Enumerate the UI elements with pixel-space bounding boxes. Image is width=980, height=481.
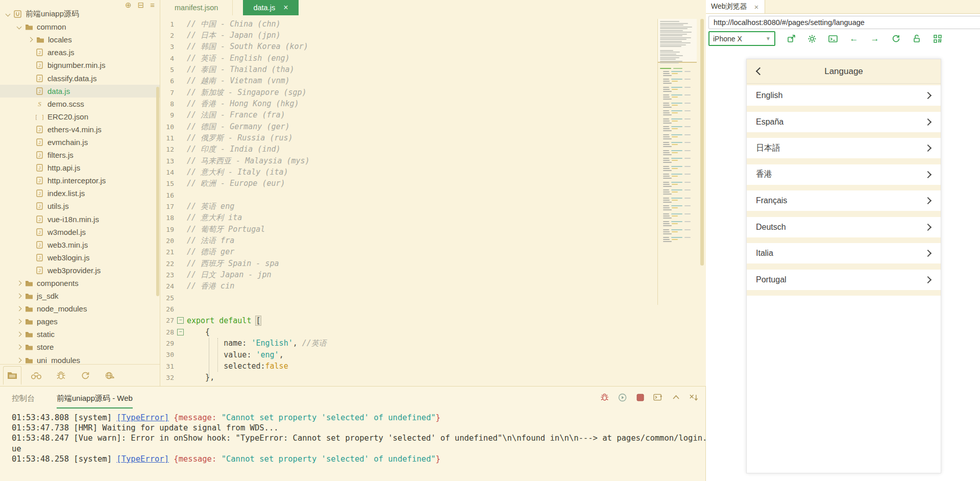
collapse-panel-icon[interactable] (671, 393, 680, 402)
device-select[interactable]: iPhone X ▼ (708, 31, 775, 46)
svg-text:J: J (38, 76, 41, 81)
tree-file-classify.data.js[interactable]: Jclassify.data.js (0, 71, 160, 84)
tree-file-index.list.js[interactable]: Jindex.list.js (0, 187, 160, 200)
debug-bug-icon[interactable] (52, 367, 69, 384)
debug-bug-icon[interactable] (600, 393, 609, 402)
tree-file-vue-i18n.min.js[interactable]: Jvue-i18n.min.js (0, 213, 160, 226)
language-item-España[interactable]: España (747, 112, 941, 132)
tree-folder-components[interactable]: components (0, 277, 160, 290)
tree-folder-前端uniapp源码[interactable]: 前端uniapp源码 (0, 8, 160, 20)
minimap-line (672, 112, 678, 113)
error-type-link[interactable]: [TypeError] (116, 454, 169, 464)
code-token: // 中国 - China (chn) (187, 19, 281, 29)
language-item-Deutsch[interactable]: Deutsch (747, 217, 941, 237)
tree-file-web3.min.js[interactable]: Jweb3.min.js (0, 238, 160, 251)
tab-manifest-json[interactable]: manifest.json (160, 0, 233, 15)
close-tab-icon[interactable]: × (754, 3, 759, 11)
tree-folder-static[interactable]: static (0, 328, 160, 341)
tree-file-http.interceptor.js[interactable]: Jhttp.interceptor.js (0, 174, 160, 187)
forward-arrow-icon[interactable]: → (870, 34, 880, 44)
minimap-line (663, 75, 672, 76)
tree-file-web3login.js[interactable]: Jweb3login.js (0, 251, 160, 264)
svg-text:J: J (38, 191, 41, 196)
tree-folder-common[interactable]: common (0, 20, 160, 33)
tree-file-demo.scss[interactable]: Sdemo.scss (0, 98, 160, 110)
search-binoculars-icon[interactable] (28, 367, 45, 384)
tree-item-label: http.api.js (47, 163, 80, 172)
error-type-link[interactable]: [TypeError] (116, 413, 169, 422)
unlock-icon[interactable] (912, 34, 922, 44)
line-number: 5 (160, 66, 174, 74)
stop-icon[interactable] (635, 393, 645, 402)
sidebar-scrollbar[interactable] (156, 87, 159, 296)
language-item-Français[interactable]: Français (747, 190, 941, 211)
chevron-down-icon[interactable] (6, 12, 11, 17)
chevron-right-icon[interactable] (17, 306, 22, 311)
svg-text:J: J (38, 50, 41, 55)
tree-file-utils.js[interactable]: Jutils.js (0, 200, 160, 212)
minimap-line (663, 189, 669, 190)
tree-file-ERC20.json[interactable]: [ ]ERC20.json (0, 110, 160, 123)
editor-scrollbar[interactable] (700, 19, 704, 266)
restart-icon[interactable] (618, 393, 627, 402)
chevron-right-icon[interactable] (17, 281, 22, 286)
close-tab-icon[interactable]: × (283, 3, 288, 12)
tree-folder-store[interactable]: store (0, 341, 160, 353)
chevron-right-icon[interactable] (17, 332, 22, 337)
minimap-line (660, 27, 692, 28)
url-bar[interactable]: http://localhost:8080/#/pages/setting/la… (708, 16, 980, 29)
tab-web-browser[interactable]: Web浏览器 × (706, 0, 765, 13)
gear-icon[interactable] (807, 34, 817, 44)
chevron-right-icon[interactable] (17, 319, 22, 324)
tree-file-bignumber.min.js[interactable]: Jbignumber.min.js (0, 59, 160, 71)
browser-toolbar: iPhone X ▼ ← → (708, 32, 976, 45)
language-item-香港[interactable]: 香港 (747, 164, 941, 185)
language-item-Portugal[interactable]: Portugal (747, 270, 941, 290)
tree-file-filters.js[interactable]: Jfilters.js (0, 149, 160, 161)
tree-file-web3provider.js[interactable]: Jweb3provider.js (0, 264, 160, 277)
tree-folder-locales[interactable]: locales (0, 33, 160, 46)
qrcode-icon[interactable] (933, 34, 943, 44)
new-terminal-icon[interactable] (653, 393, 663, 402)
tree-file-http.api.js[interactable]: Jhttp.api.js (0, 161, 160, 174)
language-item-日本語[interactable]: 日本語 (747, 138, 941, 158)
chevron-right-icon[interactable] (17, 345, 22, 350)
clear-log-icon[interactable] (689, 393, 698, 402)
tree-file-areas.js[interactable]: Jareas.js (0, 46, 160, 59)
chevron-right-icon[interactable] (17, 294, 22, 299)
tree-file-w3model.js[interactable]: Jw3model.js (0, 226, 160, 238)
open-external-icon[interactable] (786, 34, 796, 44)
minimap-line (672, 128, 678, 129)
tab-console[interactable]: 控制台 (12, 394, 35, 408)
back-chevron-icon[interactable] (756, 67, 764, 76)
tree-file-ethers-v4.min.js[interactable]: Jethers-v4.min.js (0, 123, 160, 136)
minimap-line (663, 110, 669, 111)
console-window-icon[interactable] (828, 34, 838, 44)
back-arrow-icon[interactable]: ← (849, 34, 859, 44)
code-area[interactable]: 1// 中国 - China (chn)2// 日本 - Japan (jpn)… (160, 18, 650, 383)
minimap[interactable] (657, 19, 697, 305)
tree-folder-node_modules[interactable]: node_modules (0, 302, 160, 315)
code-token: // 葡萄牙 Portugal (187, 225, 265, 234)
console-panel: 控制台 前端uniapp源码 - Web 01:53:43.808 [syste… (0, 386, 706, 481)
sidebar-bottom-toolbar (0, 364, 160, 386)
fold-marker[interactable]: − (174, 317, 187, 324)
tab-project-web[interactable]: 前端uniapp源码 - Web (57, 394, 133, 408)
language-item-Italia[interactable]: Italia (747, 243, 941, 263)
folder-icon (24, 305, 33, 312)
chevron-right-icon[interactable] (28, 37, 33, 42)
tree-file-data.js[interactable]: Jdata.js (0, 85, 160, 98)
tab-data-js[interactable]: data.js × (243, 0, 298, 15)
tree-folder-pages[interactable]: pages (0, 315, 160, 328)
web-globe-icon[interactable] (101, 367, 118, 384)
reload-icon[interactable] (77, 367, 94, 384)
refresh-icon[interactable] (891, 34, 901, 44)
files-icon[interactable] (3, 366, 21, 385)
language-item-English[interactable]: English (747, 85, 941, 106)
tree-folder-js_sdk[interactable]: js_sdk (0, 290, 160, 302)
chevron-down-icon[interactable] (17, 25, 22, 30)
console-text: "Cannot set property 'selected' of undef… (222, 454, 436, 464)
chevron-right-icon[interactable] (17, 357, 22, 363)
tree-file-evmchain.js[interactable]: Jevmchain.js (0, 136, 160, 149)
fold-marker[interactable]: − (174, 329, 187, 335)
